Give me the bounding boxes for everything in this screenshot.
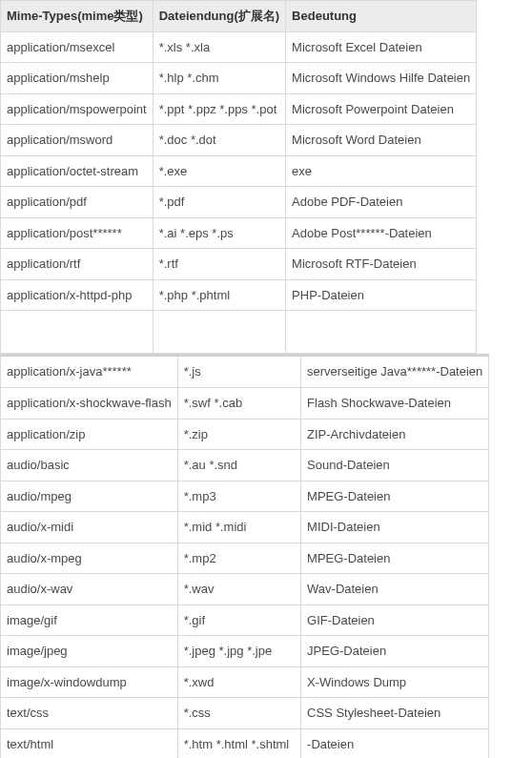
col-header-mime: Mime-Types(mime类型) (1, 1, 153, 32)
cell-ext: *.pdf (153, 187, 285, 218)
cell-desc: ZIP-Archivdateien (301, 419, 489, 450)
table-row: application/x-httpd-php*.php *.phtmlPHP-… (1, 279, 477, 311)
cell-mime: application/msexcel (1, 31, 153, 63)
cell-desc: Wav-Dateien (301, 574, 489, 605)
cell-ext: *.xls *.xla (153, 31, 285, 63)
cell-mime: text/html (1, 729, 178, 758)
cell-mime: application/mspowerpoint (1, 93, 153, 125)
cell-desc: GIF-Dateien (301, 604, 489, 636)
cell-mime: application/zip (1, 419, 178, 450)
table-row: application/zip*.zipZIP-Archivdateien (1, 419, 489, 450)
table-row: audio/basic*.au *.sndSound-Dateien (1, 450, 489, 481)
cell-mime: audio/x-midi (1, 512, 178, 543)
cell-desc: MPEG-Dateien (301, 481, 489, 512)
cell-mime: image/x-windowdump (1, 666, 178, 698)
table-row: application/mshelp*.hlp *.chmMicrosoft W… (1, 63, 477, 94)
table-row: audio/x-wav*.wavWav-Dateien (1, 574, 489, 605)
col-header-ext: Dateiendung(扩展名) (153, 1, 285, 32)
cell-ext: *.xwd (177, 666, 300, 698)
table-row: audio/x-mpeg*.mp2MPEG-Dateien (1, 543, 489, 574)
cell-mime: application/pdf (1, 187, 153, 218)
table-row: application/post*******.ai *.eps *.psAdo… (1, 217, 477, 249)
mime-types-tables: Mime-Types(mime类型) Dateiendung(扩展名) Bede… (0, 0, 532, 758)
cell-ext: *.htm *.html *.shtml (177, 729, 300, 758)
cell-mime (1, 311, 153, 354)
cell-desc: Microsoft Windows Hilfe Dateien (286, 63, 477, 94)
cell-ext (153, 311, 285, 354)
cell-mime: image/jpeg (1, 636, 178, 667)
table-header-row: Mime-Types(mime类型) Dateiendung(扩展名) Bede… (1, 1, 477, 32)
col-header-desc: Bedeutung (286, 1, 477, 32)
cell-mime: text/css (1, 698, 178, 729)
cell-ext: *.css (177, 698, 300, 729)
table-row: application/msword*.doc *.dotMicrosoft W… (1, 125, 477, 156)
cell-desc: Microsoft Word Dateien (286, 125, 477, 156)
cell-mime: audio/basic (1, 450, 178, 481)
cell-desc (286, 311, 477, 354)
cell-ext: *.ai *.eps *.ps (153, 217, 285, 249)
cell-ext: *.mid *.midi (177, 512, 300, 543)
cell-mime: application/octet-stream (1, 155, 153, 187)
cell-ext: *.jpeg *.jpg *.jpe (177, 636, 300, 667)
cell-mime: audio/mpeg (1, 481, 178, 512)
cell-ext: *.mp2 (177, 543, 300, 574)
cell-ext: *.zip (177, 419, 300, 450)
table-row: application/octet-stream*.exeexe (1, 155, 477, 187)
cell-mime: audio/x-mpeg (1, 543, 178, 574)
cell-desc: Microsoft RTF-Dateien (286, 249, 477, 280)
cell-mime: application/mshelp (1, 63, 153, 94)
cell-ext: *.hlp *.chm (153, 63, 285, 94)
cell-mime: application/x-httpd-php (1, 279, 153, 311)
cell-ext: *.exe (153, 155, 285, 187)
cell-ext: *.doc *.dot (153, 125, 285, 156)
table-row: application/rtf*.rtfMicrosoft RTF-Dateie… (1, 249, 477, 280)
cell-ext: *.gif (177, 604, 300, 636)
mime-table-1: Mime-Types(mime类型) Dateiendung(扩展名) Bede… (0, 0, 477, 354)
cell-desc: Microsoft Powerpoint Dateien (286, 93, 477, 125)
cell-mime: application/x-java****** (1, 356, 178, 388)
table-row: application/x-shockwave-flash*.swf *.cab… (1, 388, 489, 420)
cell-mime: application/msword (1, 125, 153, 156)
cell-mime: image/gif (1, 604, 178, 636)
table-row: text/css*.cssCSS Stylesheet-Dateien (1, 698, 489, 729)
cell-ext: *.wav (177, 574, 300, 605)
cell-mime: application/post****** (1, 217, 153, 249)
table-row: application/msexcel*.xls *.xlaMicrosoft … (1, 31, 477, 63)
cell-desc: JPEG-Dateien (301, 636, 489, 667)
mime-table-2: application/x-java*******.jsserverseitig… (0, 354, 489, 758)
cell-desc: Adobe Post******-Dateien (286, 217, 477, 249)
cell-ext: *.php *.phtml (153, 279, 285, 311)
cell-desc: exe (286, 155, 477, 187)
cell-desc: Microsoft Excel Dateien (286, 31, 477, 63)
cell-ext: *.ppt *.ppz *.pps *.pot (153, 93, 285, 125)
cell-desc: Flash Shockwave-Dateien (301, 388, 489, 420)
cell-ext: *.swf *.cab (177, 388, 300, 420)
cell-mime: application/x-shockwave-flash (1, 388, 178, 420)
cell-desc: PHP-Dateien (286, 279, 477, 311)
cell-mime: audio/x-wav (1, 574, 178, 605)
table-row: image/gif*.gifGIF-Dateien (1, 604, 489, 636)
table-row: application/mspowerpoint*.ppt *.ppz *.pp… (1, 93, 477, 125)
cell-desc: -Dateien (301, 729, 489, 758)
cell-desc: Sound-Dateien (301, 450, 489, 481)
table-row: image/x-windowdump*.xwdX-Windows Dump (1, 666, 489, 698)
cell-desc: CSS Stylesheet-Dateien (301, 698, 489, 729)
cell-desc: Adobe PDF-Dateien (286, 187, 477, 218)
table-row: image/jpeg*.jpeg *.jpg *.jpeJPEG-Dateien (1, 636, 489, 667)
cell-desc: X-Windows Dump (301, 666, 489, 698)
cell-ext: *.mp3 (177, 481, 300, 512)
cell-mime: application/rtf (1, 249, 153, 280)
cell-desc: MIDI-Dateien (301, 512, 489, 543)
cell-ext: *.js (177, 356, 300, 388)
table-row: audio/mpeg*.mp3MPEG-Dateien (1, 481, 489, 512)
table-row: text/html*.htm *.html *.shtml-Dateien (1, 729, 489, 758)
table-row: audio/x-midi*.mid *.midiMIDI-Dateien (1, 512, 489, 543)
table-row: application/pdf*.pdfAdobe PDF-Dateien (1, 187, 477, 218)
cell-ext: *.rtf (153, 249, 285, 280)
table-row: application/x-java*******.jsserverseitig… (1, 356, 489, 388)
table-row (1, 311, 477, 354)
cell-desc: MPEG-Dateien (301, 543, 489, 574)
cell-desc: serverseitige Java******-Dateien (301, 356, 489, 388)
cell-ext: *.au *.snd (177, 450, 300, 481)
